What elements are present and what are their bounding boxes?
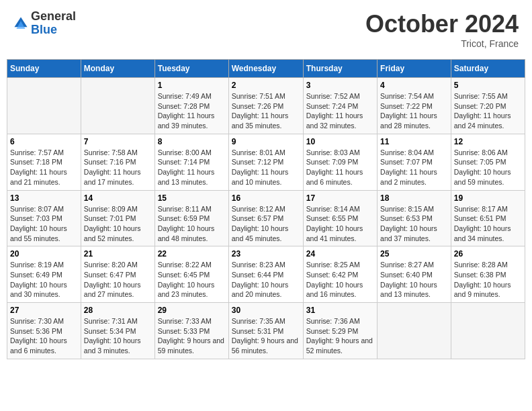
cell-info: Sunrise: 8:12 AMSunset: 6:57 PMDaylight:…: [232, 205, 289, 242]
logo-icon: [13, 16, 28, 31]
cell-info: Sunrise: 7:36 AMSunset: 5:29 PMDaylight:…: [306, 317, 373, 355]
day-number: 18: [380, 193, 448, 203]
cell-info: Sunrise: 8:07 AMSunset: 7:03 PMDaylight:…: [10, 205, 67, 242]
cell-info: Sunrise: 8:25 AMSunset: 6:42 PMDaylight:…: [306, 261, 363, 298]
location-subtitle: Tricot, France: [365, 38, 519, 49]
day-number: 7: [84, 137, 152, 146]
calendar-week-row: 6Sunrise: 7:57 AMSunset: 7:18 PMDaylight…: [7, 134, 525, 190]
day-number: 12: [454, 137, 522, 146]
cell-info: Sunrise: 7:31 AMSunset: 5:34 PMDaylight:…: [84, 317, 141, 355]
calendar-week-row: 20Sunrise: 8:19 AMSunset: 6:49 PMDayligh…: [7, 246, 525, 303]
day-number: 22: [158, 249, 226, 259]
day-number: 19: [454, 193, 522, 203]
cell-info: Sunrise: 7:55 AMSunset: 7:20 PMDaylight:…: [454, 92, 511, 130]
cell-info: Sunrise: 7:30 AMSunset: 5:36 PMDaylight:…: [10, 317, 67, 355]
calendar-cell: 21Sunrise: 8:20 AMSunset: 6:47 PMDayligh…: [81, 246, 154, 303]
title-block: October 2024 Tricot, France: [365, 10, 519, 49]
calendar-cell: 19Sunrise: 8:17 AMSunset: 6:51 PMDayligh…: [451, 190, 525, 246]
day-number: 28: [84, 306, 152, 315]
calendar-cell: 14Sunrise: 8:09 AMSunset: 7:01 PMDayligh…: [81, 190, 154, 246]
cell-info: Sunrise: 8:27 AMSunset: 6:40 PMDaylight:…: [380, 261, 437, 298]
day-number: 24: [306, 249, 374, 259]
calendar-cell: [7, 78, 81, 134]
day-number: 5: [454, 81, 522, 90]
day-number: 25: [380, 249, 448, 259]
day-number: 31: [306, 306, 374, 315]
day-number: 15: [158, 193, 226, 203]
calendar-cell: 31Sunrise: 7:36 AMSunset: 5:29 PMDayligh…: [303, 303, 377, 359]
cell-info: Sunrise: 7:57 AMSunset: 7:18 PMDaylight:…: [10, 148, 67, 186]
calendar-cell: 3Sunrise: 7:52 AMSunset: 7:24 PMDaylight…: [303, 78, 377, 134]
day-number: 3: [306, 81, 374, 90]
calendar-week-row: 1Sunrise: 7:49 AMSunset: 7:28 PMDaylight…: [7, 78, 525, 134]
day-number: 29: [158, 306, 226, 315]
calendar-cell: 12Sunrise: 8:06 AMSunset: 7:05 PMDayligh…: [451, 134, 525, 190]
calendar-cell: 11Sunrise: 8:04 AMSunset: 7:07 PMDayligh…: [378, 134, 451, 190]
day-number: 14: [84, 193, 152, 203]
day-number: 20: [10, 249, 78, 259]
calendar-cell: 28Sunrise: 7:31 AMSunset: 5:34 PMDayligh…: [81, 303, 154, 359]
day-number: 2: [232, 81, 300, 90]
logo-general-text: General: [31, 10, 76, 24]
calendar-cell: 10Sunrise: 8:03 AMSunset: 7:09 PMDayligh…: [303, 134, 377, 190]
day-number: 23: [232, 249, 300, 259]
logo-text: General Blue: [31, 10, 76, 37]
cell-info: Sunrise: 8:01 AMSunset: 7:12 PMDaylight:…: [232, 148, 289, 186]
cell-info: Sunrise: 7:54 AMSunset: 7:22 PMDaylight:…: [380, 92, 437, 130]
cell-info: Sunrise: 8:09 AMSunset: 7:01 PMDaylight:…: [84, 205, 141, 242]
logo-blue-text: Blue: [31, 24, 76, 37]
day-number: 30: [232, 306, 300, 315]
weekday-header: Friday: [378, 60, 451, 78]
calendar-cell: 24Sunrise: 8:25 AMSunset: 6:42 PMDayligh…: [303, 246, 377, 303]
cell-info: Sunrise: 8:19 AMSunset: 6:49 PMDaylight:…: [10, 261, 67, 298]
cell-info: Sunrise: 7:49 AMSunset: 7:28 PMDaylight:…: [158, 92, 215, 130]
day-number: 11: [380, 137, 448, 146]
calendar-cell: 7Sunrise: 7:58 AMSunset: 7:16 PMDaylight…: [81, 134, 154, 190]
calendar-cell: 22Sunrise: 8:22 AMSunset: 6:45 PMDayligh…: [154, 246, 228, 303]
cell-info: Sunrise: 8:20 AMSunset: 6:47 PMDaylight:…: [84, 261, 141, 298]
calendar-cell: 26Sunrise: 8:28 AMSunset: 6:38 PMDayligh…: [451, 246, 525, 303]
calendar-cell: 8Sunrise: 8:00 AMSunset: 7:14 PMDaylight…: [154, 134, 228, 190]
calendar-cell: 25Sunrise: 8:27 AMSunset: 6:40 PMDayligh…: [378, 246, 451, 303]
cell-info: Sunrise: 8:23 AMSunset: 6:44 PMDaylight:…: [232, 261, 289, 298]
day-number: 6: [10, 137, 78, 146]
calendar-cell: 23Sunrise: 8:23 AMSunset: 6:44 PMDayligh…: [228, 246, 303, 303]
header: General Blue October 2024 Tricot, France: [7, 7, 525, 52]
weekday-header: Sunday: [7, 60, 81, 78]
cell-info: Sunrise: 8:06 AMSunset: 7:05 PMDaylight:…: [454, 148, 511, 186]
calendar-cell: 30Sunrise: 7:35 AMSunset: 5:31 PMDayligh…: [228, 303, 303, 359]
weekday-header: Thursday: [303, 60, 377, 78]
day-number: 21: [84, 249, 152, 259]
day-number: 10: [306, 137, 374, 146]
calendar-cell: 6Sunrise: 7:57 AMSunset: 7:18 PMDaylight…: [7, 134, 81, 190]
day-number: 13: [10, 193, 78, 203]
calendar-cell: 27Sunrise: 7:30 AMSunset: 5:36 PMDayligh…: [7, 303, 81, 359]
day-number: 17: [306, 193, 374, 203]
cell-info: Sunrise: 8:11 AMSunset: 6:59 PMDaylight:…: [158, 205, 215, 242]
logo: General Blue: [13, 10, 76, 37]
calendar-cell: 5Sunrise: 7:55 AMSunset: 7:20 PMDaylight…: [451, 78, 525, 134]
cell-info: Sunrise: 7:52 AMSunset: 7:24 PMDaylight:…: [306, 92, 363, 130]
cell-info: Sunrise: 8:28 AMSunset: 6:38 PMDaylight:…: [454, 261, 511, 298]
calendar-cell: 4Sunrise: 7:54 AMSunset: 7:22 PMDaylight…: [378, 78, 451, 134]
cell-info: Sunrise: 8:15 AMSunset: 6:53 PMDaylight:…: [380, 205, 437, 242]
calendar-header-row: SundayMondayTuesdayWednesdayThursdayFrid…: [7, 60, 525, 78]
calendar-cell: 17Sunrise: 8:14 AMSunset: 6:55 PMDayligh…: [303, 190, 377, 246]
calendar-week-row: 13Sunrise: 8:07 AMSunset: 7:03 PMDayligh…: [7, 190, 525, 246]
calendar-table: SundayMondayTuesdayWednesdayThursdayFrid…: [7, 59, 525, 359]
weekday-header: Monday: [81, 60, 154, 78]
weekday-header: Saturday: [451, 60, 525, 78]
cell-info: Sunrise: 7:33 AMSunset: 5:33 PMDaylight:…: [158, 317, 224, 355]
cell-info: Sunrise: 7:35 AMSunset: 5:31 PMDaylight:…: [232, 317, 298, 355]
day-number: 9: [232, 137, 300, 146]
calendar-cell: 16Sunrise: 8:12 AMSunset: 6:57 PMDayligh…: [228, 190, 303, 246]
calendar-cell: 13Sunrise: 8:07 AMSunset: 7:03 PMDayligh…: [7, 190, 81, 246]
cell-info: Sunrise: 8:14 AMSunset: 6:55 PMDaylight:…: [306, 205, 363, 242]
calendar-cell: 1Sunrise: 7:49 AMSunset: 7:28 PMDaylight…: [154, 78, 228, 134]
day-number: 8: [158, 137, 226, 146]
day-number: 27: [10, 306, 78, 315]
calendar-cell: 15Sunrise: 8:11 AMSunset: 6:59 PMDayligh…: [154, 190, 228, 246]
weekday-header: Wednesday: [228, 60, 303, 78]
day-number: 26: [454, 249, 522, 259]
cell-info: Sunrise: 7:51 AMSunset: 7:26 PMDaylight:…: [232, 92, 289, 130]
